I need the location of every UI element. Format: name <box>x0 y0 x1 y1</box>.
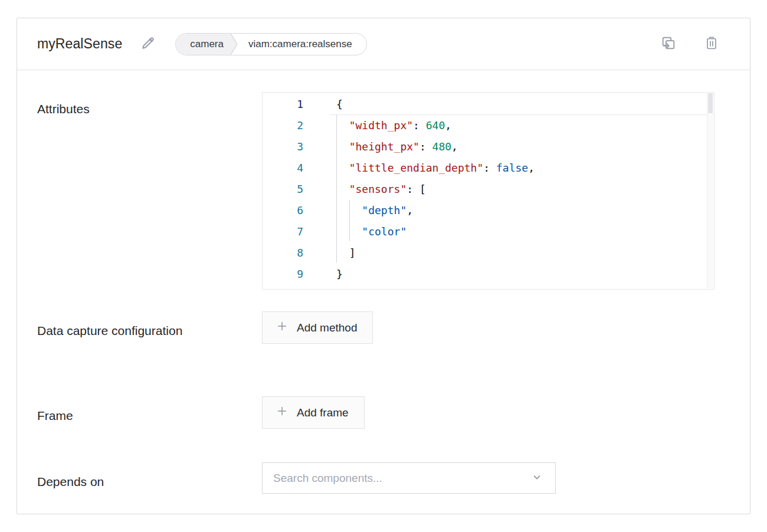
component-config-card: myRealSense camera viam:camera:realsense <box>17 18 750 514</box>
plus-icon <box>276 320 289 336</box>
line-number: 6 <box>263 200 336 221</box>
attributes-json-editor[interactable]: 1{2 "width_px": 640,3 "height_px": 480,4… <box>262 92 714 290</box>
code-line[interactable]: 4 "little_endian_depth": false, <box>263 157 714 179</box>
line-number: 1 <box>263 94 336 115</box>
depends-on-select[interactable] <box>262 462 556 494</box>
line-number: 8 <box>263 242 336 264</box>
indent-guide <box>349 200 350 241</box>
attributes-label: Attributes <box>37 98 185 120</box>
line-number: 9 <box>263 264 336 285</box>
duplicate-icon <box>660 35 677 53</box>
code-line[interactable]: 7 "color" <box>263 221 714 242</box>
card-header: myRealSense camera viam:camera:realsense <box>17 18 750 70</box>
code-line[interactable]: 8 ] <box>263 242 714 264</box>
depends-on-label: Depends on <box>37 471 185 493</box>
code-lines: 1{2 "width_px": 640,3 "height_px": 480,4… <box>263 93 714 285</box>
frame-row: Frame Add frame <box>17 396 750 429</box>
search-components-input[interactable] <box>263 463 555 493</box>
frame-label: Frame <box>37 405 185 427</box>
header-actions <box>660 35 719 53</box>
data-capture-row: Data capture configuration Add method <box>17 311 750 363</box>
line-number: 5 <box>263 179 336 200</box>
line-number: 7 <box>263 221 336 242</box>
add-method-label: Add method <box>297 321 357 334</box>
code-line[interactable]: 6 "depth", <box>263 200 714 221</box>
code-line[interactable]: 9} <box>263 264 714 285</box>
component-type-pill: camera viam:camera:realsense <box>175 33 366 55</box>
code-line[interactable]: 3 "height_px": 480, <box>263 136 714 157</box>
line-number: 3 <box>263 136 336 157</box>
delete-button[interactable] <box>704 35 719 53</box>
editor-scrollbar-thumb[interactable] <box>708 93 713 113</box>
component-type: camera <box>176 34 231 55</box>
add-frame-label: Add frame <box>297 406 349 419</box>
data-capture-label: Data capture configuration <box>37 320 185 342</box>
trash-icon <box>704 35 719 53</box>
component-model: viam:camera:realsense <box>239 34 366 55</box>
line-number: 4 <box>263 157 336 179</box>
duplicate-button[interactable] <box>660 35 677 53</box>
rename-button[interactable] <box>140 35 156 53</box>
editor-scrollbar[interactable] <box>707 93 713 288</box>
line-number: 2 <box>263 115 336 136</box>
attributes-row: Attributes 1{2 "width_px": 640,3 "height… <box>17 92 750 290</box>
add-frame-button[interactable]: Add frame <box>262 396 365 429</box>
plus-icon <box>276 405 289 421</box>
pencil-icon <box>140 35 156 53</box>
depends-on-row: Depends on <box>17 462 750 494</box>
add-method-button[interactable]: Add method <box>262 311 373 344</box>
breadcrumb-separator-icon <box>231 34 239 55</box>
indent-guide <box>336 115 337 262</box>
component-name: myRealSense <box>37 36 122 52</box>
code-line[interactable]: 1{ <box>263 94 714 115</box>
code-line[interactable]: 5 "sensors": [ <box>263 179 714 200</box>
code-line[interactable]: 2 "width_px": 640, <box>263 115 714 136</box>
